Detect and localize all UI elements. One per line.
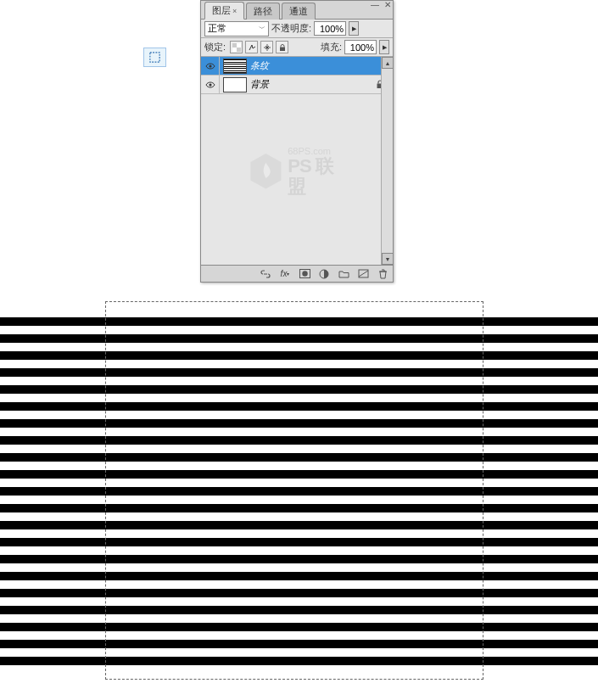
layers-panel: — ✕ 图层× 路径 通道 正常 ﹀ 不透明度: 100% ▶ 锁定: 填充: bbox=[200, 0, 394, 283]
tab-channels[interactable]: 通道 bbox=[282, 3, 316, 20]
tab-label: 通道 bbox=[289, 6, 308, 16]
layer-thumbnail[interactable] bbox=[223, 59, 247, 74]
close-x-icon[interactable]: ✕ bbox=[384, 1, 391, 9]
layer-fx-icon[interactable]: fx▾ bbox=[278, 268, 292, 280]
lock-pixels-icon[interactable] bbox=[245, 41, 258, 53]
group-icon[interactable] bbox=[337, 268, 350, 280]
blend-opacity-row: 正常 ﹀ 不透明度: 100% ▶ bbox=[201, 20, 393, 38]
layer-name[interactable]: 条纹 bbox=[250, 59, 393, 72]
tab-label: 路径 bbox=[254, 6, 272, 16]
fill-flyout-icon[interactable]: ▶ bbox=[379, 40, 389, 54]
svg-rect-3 bbox=[237, 48, 241, 52]
opacity-label: 不透明度: bbox=[271, 22, 311, 35]
visibility-toggle[interactable] bbox=[201, 76, 220, 93]
opacity-input[interactable]: 100% bbox=[314, 21, 346, 36]
watermark-domain: 68PS.com bbox=[288, 146, 344, 156]
eye-icon bbox=[205, 81, 215, 88]
layer-thumbnail[interactable] bbox=[223, 77, 247, 92]
svg-rect-0 bbox=[150, 53, 159, 62]
layer-name[interactable]: 背景 bbox=[250, 78, 376, 91]
lock-icons-group bbox=[230, 41, 288, 53]
svg-rect-4 bbox=[280, 47, 285, 51]
blend-mode-select[interactable]: 正常 ﹀ bbox=[204, 21, 269, 36]
link-layers-icon[interactable] bbox=[259, 268, 272, 280]
eye-icon bbox=[205, 63, 215, 70]
delete-layer-icon[interactable] bbox=[376, 268, 389, 280]
selection-marquee[interactable] bbox=[105, 301, 483, 680]
svg-marker-8 bbox=[250, 154, 281, 189]
fill-label: 填充: bbox=[321, 41, 342, 53]
watermark-brand: PS 联盟 bbox=[288, 156, 344, 197]
panel-footer: fx▾ bbox=[201, 265, 393, 282]
new-layer-icon[interactable] bbox=[356, 268, 370, 280]
tab-paths[interactable]: 路径 bbox=[246, 3, 280, 20]
scroll-down-icon[interactable]: ▼ bbox=[382, 253, 394, 265]
watermark: 68PS.com PS 联盟 bbox=[249, 146, 345, 197]
scroll-up-icon[interactable]: ▲ bbox=[382, 57, 394, 69]
minimize-icon[interactable]: — bbox=[371, 1, 379, 9]
layer-list: 条纹 背景 68PS.com PS 联盟 ▲ ▼ bbox=[201, 57, 393, 265]
panel-tabs: 图层× 路径 通道 bbox=[201, 1, 393, 20]
lock-fill-row: 锁定: 填充: 100% ▶ bbox=[201, 38, 393, 57]
tab-label: 图层 bbox=[212, 5, 231, 15]
chevron-down-icon: ﹀ bbox=[259, 24, 265, 33]
layer-row-stripes[interactable]: 条纹 bbox=[201, 57, 393, 76]
tab-layers[interactable]: 图层× bbox=[204, 2, 244, 20]
layer-mask-icon[interactable] bbox=[298, 268, 311, 280]
lock-transparent-icon[interactable] bbox=[230, 41, 243, 53]
lock-position-icon[interactable] bbox=[260, 41, 273, 53]
lock-all-icon[interactable] bbox=[276, 41, 288, 53]
visibility-toggle[interactable] bbox=[201, 57, 220, 75]
adjustment-layer-icon[interactable] bbox=[317, 268, 331, 280]
opacity-flyout-icon[interactable]: ▶ bbox=[349, 21, 359, 36]
fill-input[interactable]: 100% bbox=[344, 40, 377, 54]
blend-mode-value: 正常 bbox=[208, 22, 226, 35]
svg-point-10 bbox=[302, 271, 307, 276]
lock-label: 锁定: bbox=[204, 41, 226, 53]
scrollbar[interactable]: ▲ ▼ bbox=[381, 57, 393, 265]
tab-close-icon[interactable]: × bbox=[232, 7, 237, 15]
layer-row-background[interactable]: 背景 bbox=[201, 76, 393, 94]
svg-rect-2 bbox=[232, 43, 237, 48]
svg-point-6 bbox=[209, 83, 211, 86]
marquee-tool-icon[interactable] bbox=[143, 48, 166, 67]
svg-point-5 bbox=[209, 64, 211, 67]
